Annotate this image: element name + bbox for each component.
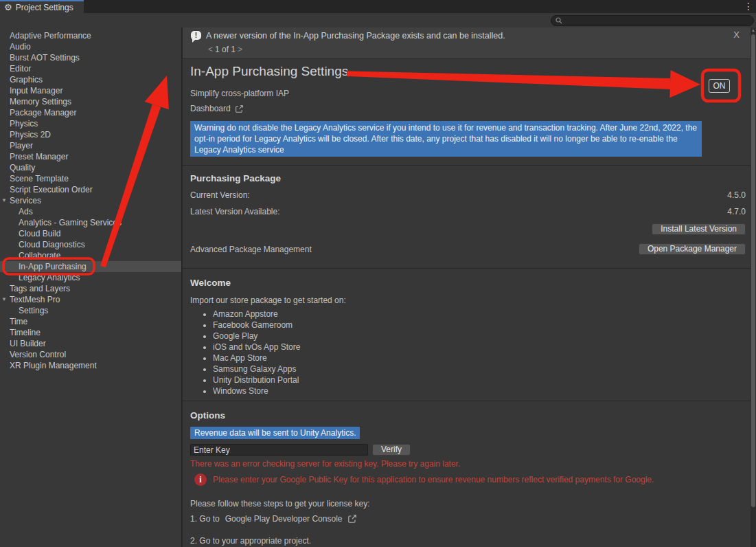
sidebar-item-player[interactable]: Player <box>0 140 181 151</box>
sidebar-item-physics[interactable]: Physics <box>0 118 181 129</box>
analytics-revenue-note: Revenue data will be sent to Unity Analy… <box>190 427 360 439</box>
sidebar-item-settings[interactable]: Settings <box>0 305 181 316</box>
chevron-down-icon[interactable]: ▼ <box>1 294 7 305</box>
sidebar-item-label: TextMesh Pro <box>10 295 60 304</box>
vertical-scrollbar[interactable]: ▲ <box>751 27 756 547</box>
sidebar-item-label: Tags and Layers <box>10 284 70 293</box>
sidebar-item-script-execution-order[interactable]: Script Execution Order <box>0 184 181 195</box>
store-list-item: Windows Store <box>213 386 300 397</box>
sidebar-item-preset-manager[interactable]: Preset Manager <box>0 151 181 162</box>
sidebar-item-time[interactable]: Time <box>0 316 181 327</box>
sidebar-item-tags-and-layers[interactable]: Tags and Layers <box>0 283 181 294</box>
sidebar-item-graphics[interactable]: Graphics <box>0 74 181 85</box>
page-subtitle: Simplify cross-platform IAP <box>190 89 289 98</box>
notification-pager: <1 of 1> <box>206 45 244 54</box>
sidebar-item-collaborate[interactable]: Collaborate <box>0 250 181 261</box>
sidebar-item-label: Version Control <box>10 350 66 359</box>
purchasing-package-heading: Purchasing Package <box>190 173 281 183</box>
sidebar-item-analytics-gaming-services[interactable]: Analytics - Gaming Services <box>0 217 181 228</box>
sidebar-item-ads[interactable]: Ads <box>0 206 181 217</box>
license-steps-intro: Please follow these steps to get your li… <box>190 499 369 509</box>
store-list-item: Google Play <box>213 331 300 342</box>
sidebar-item-physics-2d[interactable]: Physics 2D <box>0 129 181 140</box>
tab-project-settings[interactable]: ⚙ Project Settings <box>0 0 84 13</box>
sidebar-item-label: Physics 2D <box>10 130 51 139</box>
sidebar-item-label: Audio <box>10 42 31 52</box>
sidebar-item-cloud-build[interactable]: Cloud Build <box>0 228 181 239</box>
store-list-item: Amazon Appstore <box>213 309 300 320</box>
sidebar-item-label: Script Execution Order <box>10 185 93 194</box>
sidebar-item-label: XR Plugin Management <box>10 361 97 370</box>
settings-content: ! A newer version of the In-App Purchasi… <box>183 27 751 547</box>
license-key-input[interactable] <box>190 444 368 456</box>
sidebar-item-package-manager[interactable]: Package Manager <box>0 107 181 118</box>
pager-next-icon[interactable]: > <box>236 45 244 54</box>
google-key-note-row: i Please enter your Google Public Key fo… <box>194 473 654 486</box>
sidebar-item-burst-aot-settings[interactable]: Burst AOT Settings <box>0 52 181 63</box>
google-play-console-link[interactable]: Google Play Developer Console <box>225 514 343 524</box>
dashboard-link[interactable]: Dashboard <box>190 104 244 113</box>
sidebar-item-label: Collaborate <box>19 251 60 260</box>
scroll-up-icon[interactable]: ▲ <box>751 28 756 32</box>
sidebar-item-label: Burst AOT Settings <box>10 53 80 63</box>
google-key-note: Please enter your Google Public Key for … <box>213 475 654 484</box>
sidebar-item-version-control[interactable]: Version Control <box>0 349 181 360</box>
latest-version-label: Latest Version Available: <box>190 207 280 216</box>
dashboard-link-label: Dashboard <box>190 104 231 113</box>
external-link-icon <box>347 514 357 524</box>
kebab-menu-icon[interactable]: ⋮ <box>744 1 753 12</box>
sidebar-item-in-app-purchasing[interactable]: In-App Purchasing <box>0 261 181 272</box>
sidebar-item-adaptive-performance[interactable]: Adaptive Performance <box>0 30 181 41</box>
sidebar-item-quality[interactable]: Quality <box>0 162 181 173</box>
chevron-down-icon[interactable]: ▼ <box>1 195 7 206</box>
sidebar-item-cloud-diagnostics[interactable]: Cloud Diagnostics <box>0 239 181 250</box>
current-version-row: Current Version: 4.5.0 <box>190 190 746 200</box>
sidebar-item-services[interactable]: ▼Services <box>0 195 181 206</box>
store-list: Amazon AppstoreFacebook GameroomGoogle P… <box>183 309 300 397</box>
sidebar-item-label: Adaptive Performance <box>10 31 91 41</box>
sidebar-item-xr-plugin-management[interactable]: XR Plugin Management <box>0 360 181 371</box>
sidebar-item-label: Time <box>10 317 27 326</box>
pager-text: 1 of 1 <box>215 45 236 54</box>
sidebar-item-ui-builder[interactable]: UI Builder <box>0 338 181 349</box>
welcome-heading: Welcome <box>190 278 231 288</box>
sidebar-item-label: Memory Settings <box>10 97 71 107</box>
sidebar-item-legacy-analytics[interactable]: Legacy Analytics <box>0 272 181 283</box>
sidebar-item-label: Cloud Build <box>19 229 60 238</box>
info-icon: i <box>194 473 207 486</box>
sidebar-item-audio[interactable]: Audio <box>0 41 181 52</box>
options-heading: Options <box>190 410 225 421</box>
settings-sidebar: Adaptive PerformanceAudioBurst AOT Setti… <box>0 27 182 547</box>
sidebar-item-textmesh-pro[interactable]: ▼TextMesh Pro <box>0 294 181 305</box>
open-package-manager-button[interactable]: Open Package Manager <box>639 243 746 255</box>
sidebar-item-label: Scene Template <box>10 174 69 183</box>
scrollbar-thumb[interactable] <box>751 34 755 507</box>
advanced-package-label: Advanced Package Management <box>190 245 312 254</box>
sidebar-item-memory-settings[interactable]: Memory Settings <box>0 96 181 107</box>
sidebar-item-label: Player <box>10 141 33 150</box>
pager-prev-icon[interactable]: < <box>206 45 215 54</box>
key-check-error-text: There was an error checking server for e… <box>190 459 460 469</box>
sidebar-item-input-manager[interactable]: Input Manager <box>0 85 181 96</box>
verify-button[interactable]: Verify <box>372 444 411 456</box>
section-divider <box>183 268 751 269</box>
notification-bubble-icon: ! <box>191 31 201 40</box>
search-icon <box>555 17 562 24</box>
sidebar-item-label: Physics <box>10 119 38 129</box>
sidebar-list: Adaptive PerformanceAudioBurst AOT Setti… <box>0 30 181 371</box>
sidebar-item-label: Ads <box>19 207 33 216</box>
sidebar-item-label: Cloud Diagnostics <box>19 240 85 249</box>
notification-message: A newer version of the In-App Purchasing… <box>206 31 505 41</box>
iap-toggle-button[interactable]: ON <box>709 79 730 93</box>
close-icon[interactable]: X <box>733 30 740 40</box>
sidebar-item-editor[interactable]: Editor <box>0 63 181 74</box>
advanced-package-row: Advanced Package Management Open Package… <box>190 243 746 255</box>
latest-version-value: 4.7.0 <box>727 207 746 216</box>
search-input[interactable] <box>551 15 754 26</box>
sidebar-item-timeline[interactable]: Timeline <box>0 327 181 338</box>
current-version-value: 4.5.0 <box>727 190 746 200</box>
tab-title: Project Settings <box>16 3 73 12</box>
store-list-item: Mac App Store <box>213 353 300 364</box>
sidebar-item-scene-template[interactable]: Scene Template <box>0 173 181 184</box>
install-latest-version-button[interactable]: Install Latest Version <box>652 223 746 235</box>
